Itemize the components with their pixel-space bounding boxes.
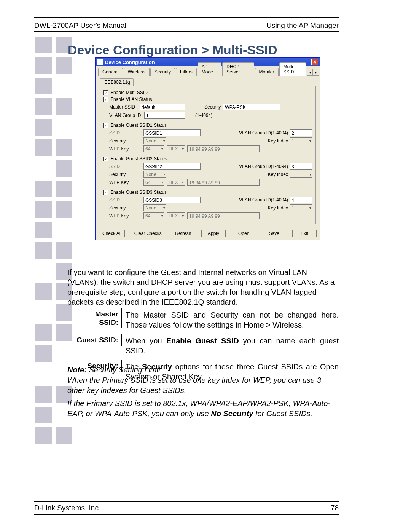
note-l1: Security Setting Limit: [87,366,162,374]
refresh-button[interactable]: Refresh [171,230,195,237]
enable-guest3-label: Enable Guest SSID3 Status [110,190,167,195]
def-guest-text-b: Enable Guest SSID [166,337,239,345]
note-lead: Note: [67,366,87,374]
guest2-ssid-input[interactable]: GSSID2 [143,163,201,170]
tab-left-arrow-icon[interactable]: ◂ [307,69,313,76]
note-l2: When the Primary SSID is set to use one … [67,376,321,395]
guest1-security-select[interactable]: None [143,137,166,144]
guest3-ssid-label: SSID [109,197,143,203]
tab-filters[interactable]: Filters [176,68,197,76]
guest1-wep-input[interactable]: 19 94 99 A9 99 [187,145,260,152]
guest1-wep-label: WEP Key [109,146,143,152]
master-security-label: Security [204,104,221,110]
guest3-wep-input[interactable]: 19 94 99 A9 99 [187,212,260,219]
def-guest-text: When you Enable Guest SSID you can name … [122,334,339,360]
master-vlan-range: (1-4094) [195,113,212,118]
note-l3b: No Security [211,409,253,418]
tab-monitor[interactable]: Monitor [255,68,279,76]
guest1-ssid-label: SSID [109,130,143,136]
check-all-button[interactable]: Check All [99,230,125,237]
guest3-wep-label: WEP Key [109,213,143,219]
window-title: Device Configuration [105,59,155,65]
enable-guest2-checkbox[interactable] [103,157,108,161]
intro-paragraph: If you want to configure the Guest and I… [67,267,339,307]
note-l3c: for Guest SSIDs. [253,409,312,418]
header-right: Using the AP Manager [266,21,339,30]
def-guest-text-a: When you [126,337,166,345]
master-ssid-input[interactable]: default [140,104,185,110]
guest2-wep-len-select[interactable]: 64 [143,179,164,186]
footer-left: D-Link Systems, Inc. [34,504,100,512]
header-left: DWL-2700AP User's Manual [34,21,126,30]
note-block-1: Note: Security Setting Limit: When the P… [67,365,339,396]
guest3-ssid-input[interactable]: GSSID3 [143,197,201,203]
guest3-wep-fmt-select[interactable]: HEX [167,212,185,219]
guest1-keyindex-select[interactable]: 1 [290,137,312,144]
master-ssid-label: Master SSID [109,104,137,110]
enable-vlan-checkbox[interactable] [103,97,108,102]
guest2-wep-input[interactable]: 19 94 99 A9 99 [187,179,260,186]
guest3-wep-len-select[interactable]: 64 [143,212,164,219]
tab-security[interactable]: Security [150,68,175,76]
clear-checks-button[interactable]: Clear Checks [131,230,165,237]
close-icon[interactable]: ✕ [311,59,318,65]
app-icon [97,59,103,65]
device-config-window: Device Configuration ✕ General Wireless … [95,57,320,240]
guest1-ssid-input[interactable]: GSSID1 [143,129,201,136]
guest2-vlan-label: VLAN Group ID(1-4094) [239,164,288,169]
master-vlan-input[interactable]: 1 [144,112,185,119]
guest2-wep-fmt-select[interactable]: HEX [167,179,185,186]
tab-general[interactable]: General [98,68,123,76]
guest2-security-label: Security [109,172,143,177]
tab-dhcp-server[interactable]: DHCP Server [222,62,254,76]
guest2-vlan-input[interactable]: 3 [290,163,312,170]
footer-page-number: 78 [331,504,339,512]
guest2-ssid-label: SSID [109,164,143,169]
tab-right-arrow-icon[interactable]: ▸ [313,69,319,76]
guest1-vlan-input[interactable]: 2 [290,129,312,136]
subtab-80211g[interactable]: IEEE802.11g [100,78,134,86]
guest2-wep-label: WEP Key [109,180,143,185]
guest1-keyindex-label: Key Index [268,138,288,144]
enable-multi-ssid-checkbox[interactable] [103,90,108,95]
guest1-wep-len-select[interactable]: 64 [143,145,164,152]
exit-button[interactable]: Exit [292,230,317,237]
open-button[interactable]: Open [232,230,256,237]
guest3-security-select[interactable]: None [143,204,166,211]
guest2-security-select[interactable]: None [143,171,166,178]
guest1-wep-fmt-select[interactable]: HEX [167,145,185,152]
guest2-keyindex-label: Key Index [268,172,288,177]
guest1-vlan-label: VLAN Group ID(1-4094) [239,130,288,136]
guest3-keyindex-select[interactable]: 1 [290,204,312,211]
page-title: Device Configuration > Multi-SSID [68,43,277,58]
enable-guest1-label: Enable Guest SSID1 Status [110,123,167,128]
button-bar: Check All Clear Checks Refresh Apply Ope… [96,227,320,240]
guest1-security-label: Security [109,138,143,144]
guest3-vlan-input[interactable]: 4 [290,197,312,203]
tab-wireless[interactable]: Wireless [124,68,150,76]
guest3-security-label: Security [109,205,143,211]
master-vlan-label: VLAN Group ID [109,113,142,118]
apply-button[interactable]: Apply [201,230,226,237]
tab-multi-ssid[interactable]: Multi-SSID [279,62,306,76]
enable-vlan-label: Enable VLAN Status [110,97,152,102]
master-security-input[interactable]: WPA-PSK [223,104,280,110]
guest3-vlan-label: VLAN Group ID(1-4094) [239,197,288,203]
tabstrip: General Wireless Security Filters AP Mod… [96,66,320,76]
note-block-2: If the Primary SSID is set to 802.1x, WP… [67,398,339,419]
def-master-text: The Master SSID and Security can not be … [122,308,339,334]
save-button[interactable]: Save [262,230,286,237]
guest2-keyindex-select[interactable]: 1 [290,171,312,178]
enable-multi-ssid-label: Enable Multi-SSID [110,90,148,95]
guest3-keyindex-label: Key Index [268,205,288,211]
tab-ap-mode[interactable]: AP Mode [198,62,222,76]
enable-guest2-label: Enable Guest SSID2 Status [110,156,167,161]
def-guest-label: Guest SSID: [74,334,122,346]
enable-guest3-checkbox[interactable] [103,190,108,195]
def-master-label: Master SSID: [74,308,122,328]
enable-guest1-checkbox[interactable] [103,123,108,128]
